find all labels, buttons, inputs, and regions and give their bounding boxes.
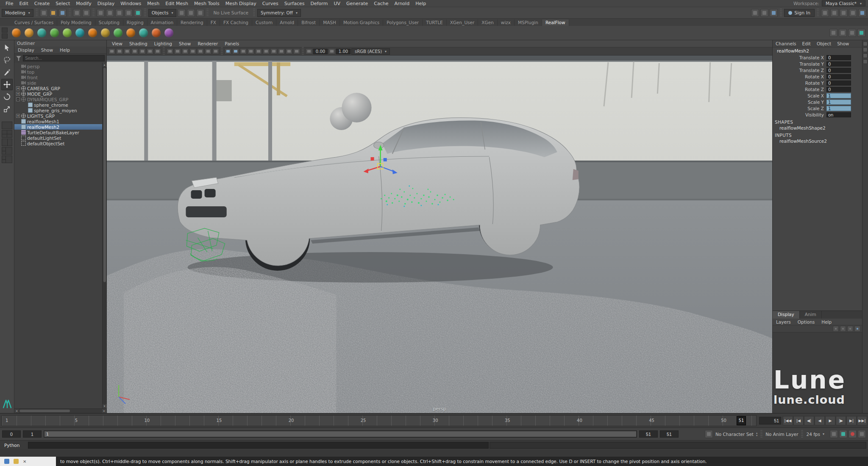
realflow-shelf-tool-icon[interactable] bbox=[87, 27, 98, 39]
playback-speed-icon[interactable] bbox=[830, 430, 838, 438]
shadows-icon[interactable] bbox=[255, 48, 262, 54]
modeling-toolkit-tab-icon[interactable] bbox=[863, 59, 868, 64]
menubar-item[interactable]: File bbox=[3, 1, 16, 6]
auto-key-icon[interactable] bbox=[849, 430, 857, 438]
channel-box-menu-item[interactable]: Object bbox=[814, 41, 834, 46]
lights-icon[interactable] bbox=[248, 48, 254, 54]
scroll-right-icon[interactable]: ▸ bbox=[102, 409, 106, 413]
menubar-item[interactable]: Edit bbox=[16, 1, 31, 6]
expander-icon[interactable]: + bbox=[16, 114, 20, 118]
grid-icon[interactable] bbox=[167, 48, 173, 54]
new-scene-icon[interactable] bbox=[40, 9, 48, 17]
expander-icon[interactable] bbox=[16, 75, 20, 79]
attribute-label[interactable]: Rotate Z bbox=[773, 87, 826, 92]
animation-start-field[interactable] bbox=[2, 430, 21, 438]
field-chart-icon[interactable] bbox=[197, 48, 204, 54]
layer-editor-menu-item[interactable]: Help bbox=[818, 319, 835, 325]
image-plane-icon[interactable] bbox=[139, 48, 146, 54]
fps-dropdown[interactable]: 24 fps ▾ bbox=[806, 432, 824, 437]
realflow-shelf-tool-icon[interactable] bbox=[23, 27, 35, 39]
grease-pencil-icon[interactable] bbox=[154, 48, 161, 54]
scrollbar-thumb[interactable] bbox=[103, 68, 106, 282]
shape-node-name[interactable]: realflowMeshShape2 bbox=[773, 125, 862, 131]
expander-icon[interactable] bbox=[16, 141, 20, 145]
expander-icon[interactable]: + bbox=[16, 86, 20, 90]
channel-box-toggle-icon[interactable] bbox=[858, 9, 866, 17]
outliner-menu-item[interactable]: Display bbox=[14, 47, 38, 53]
attribute-value-field[interactable]: 0 bbox=[826, 68, 851, 73]
select-tool-button[interactable] bbox=[1, 42, 13, 53]
scroll-left-icon[interactable]: ◂ bbox=[14, 409, 19, 413]
menubar-item[interactable]: UV bbox=[331, 1, 343, 6]
layer-editor-menu-item[interactable]: Layers bbox=[773, 319, 794, 325]
menubar-item[interactable]: Arnold bbox=[392, 1, 413, 6]
outliner-item[interactable]: sphere_chrome bbox=[14, 102, 102, 108]
menubar-item[interactable]: Create bbox=[31, 1, 53, 6]
motion-blur-icon[interactable] bbox=[270, 48, 277, 54]
tool-settings-toggle-icon[interactable] bbox=[849, 9, 857, 17]
attribute-value-field[interactable]: on bbox=[826, 112, 851, 117]
current-frame-field[interactable] bbox=[759, 417, 781, 424]
playback-button[interactable]: |◀ bbox=[793, 416, 804, 425]
ambient-occlusion-icon[interactable] bbox=[263, 48, 270, 54]
menubar-item[interactable]: Select bbox=[53, 1, 73, 6]
gamma-field[interactable]: 1.00 bbox=[336, 49, 351, 54]
new-empty-layer-icon[interactable] bbox=[847, 326, 853, 332]
playback-start-field[interactable] bbox=[23, 430, 42, 438]
shelf-tab[interactable]: FX Caching bbox=[220, 19, 252, 26]
expander-icon[interactable]: + bbox=[16, 92, 20, 96]
bookmark-icon[interactable] bbox=[131, 48, 138, 54]
shelf-tab[interactable]: Poly Modeling bbox=[57, 19, 95, 26]
outliner-menu-item[interactable]: Show bbox=[38, 47, 56, 53]
snap-to-curve-icon[interactable] bbox=[106, 9, 114, 17]
realflow-shelf-tool-icon[interactable] bbox=[150, 27, 162, 39]
outliner-item[interactable]: front bbox=[14, 75, 102, 80]
2d-pan-zoom-icon[interactable] bbox=[147, 48, 153, 54]
playback-button[interactable]: |▶ bbox=[836, 416, 846, 425]
render-settings-icon[interactable] bbox=[770, 9, 778, 17]
cached-playback-icon[interactable] bbox=[839, 430, 847, 438]
expander-icon[interactable] bbox=[16, 64, 20, 68]
exposure-icon[interactable] bbox=[306, 48, 312, 54]
shelf-tab[interactable]: MASH bbox=[320, 19, 340, 26]
isolate-select-icon[interactable] bbox=[293, 48, 300, 54]
selected-object-name[interactable]: realflowMesh2 bbox=[773, 47, 862, 54]
channel-box-menu-item[interactable]: Edit bbox=[799, 41, 814, 46]
lasso-tool-button[interactable] bbox=[1, 54, 13, 66]
spinner-icons[interactable]: ▴ ▾ bbox=[756, 432, 757, 437]
camera-attributes-icon[interactable] bbox=[124, 48, 131, 54]
move-tool-button[interactable] bbox=[1, 79, 13, 90]
menubar-item[interactable]: Display bbox=[95, 1, 118, 6]
attribute-label[interactable]: Scale Y bbox=[773, 100, 826, 105]
playback-button[interactable]: |◀◀ bbox=[783, 416, 793, 425]
attribute-value-field[interactable]: 0 bbox=[826, 74, 851, 79]
expander-icon[interactable] bbox=[16, 119, 20, 123]
render-frame-icon[interactable] bbox=[751, 9, 759, 17]
menubar-item[interactable]: Generate bbox=[343, 1, 371, 6]
menubar-item[interactable]: Edit Mesh bbox=[162, 1, 191, 6]
shelf-arrow-icon[interactable] bbox=[2, 33, 8, 39]
single-pane-layout-icon[interactable] bbox=[829, 29, 837, 37]
attribute-editor-tab-icon[interactable] bbox=[863, 42, 868, 46]
close-icon[interactable]: ✕ bbox=[23, 459, 26, 464]
viewport-menu-item[interactable]: View bbox=[108, 41, 126, 46]
layer-editor-menu-item[interactable]: Options bbox=[794, 319, 818, 325]
menubar-item[interactable]: Surfaces bbox=[281, 1, 308, 6]
command-language-toggle[interactable]: Python bbox=[0, 443, 27, 448]
expander-icon[interactable] bbox=[16, 125, 20, 129]
scale-tool-button[interactable] bbox=[1, 103, 13, 115]
outliner-item[interactable]: sphere_gris_moyen bbox=[14, 108, 102, 113]
outliner-item[interactable]: side bbox=[14, 80, 102, 86]
shelf-tab[interactable]: XGen bbox=[478, 19, 497, 26]
search-input[interactable] bbox=[23, 55, 105, 61]
outliner-item[interactable]: realflowMesh1 bbox=[14, 119, 102, 124]
character-set-selector[interactable]: No Character Set ▴ ▾ bbox=[705, 430, 757, 438]
four-pane-button[interactable] bbox=[2, 130, 12, 138]
scrollbar-thumb[interactable] bbox=[19, 410, 70, 412]
shelf-tab[interactable]: TURTLE bbox=[423, 19, 447, 26]
animation-end-field[interactable] bbox=[660, 430, 679, 438]
outliner-item[interactable]: persp bbox=[14, 64, 102, 69]
viewport-menu-item[interactable]: Renderer bbox=[194, 41, 221, 46]
redo-icon[interactable] bbox=[82, 9, 90, 17]
realflow-shelf-tool-icon[interactable] bbox=[100, 27, 111, 39]
